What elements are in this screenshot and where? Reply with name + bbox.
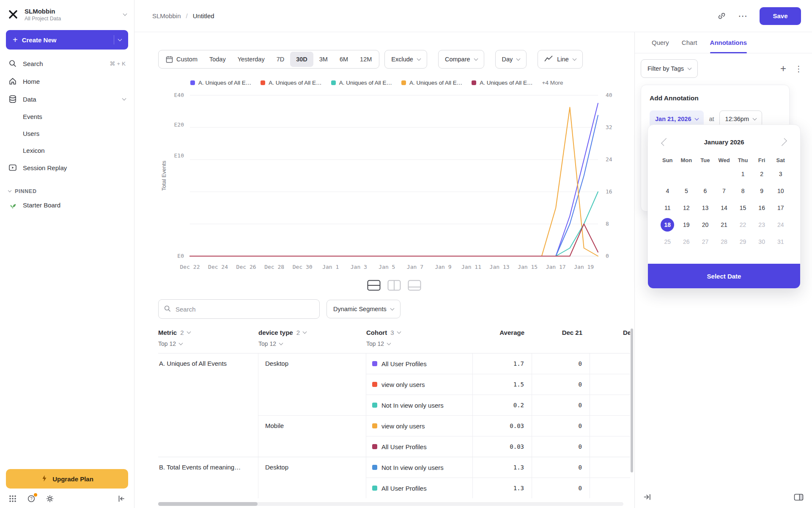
table-row[interactable]: view only users0.030	[366, 416, 630, 436]
device-cell[interactable]: Mobile	[258, 416, 366, 457]
filter-by-tags-dropdown[interactable]: Filter by Tags	[641, 59, 698, 78]
range-6m[interactable]: 6M	[334, 52, 354, 67]
search-input[interactable]	[176, 306, 314, 313]
breadcrumb-parent[interactable]: SLMobbin	[152, 12, 181, 19]
column-header-device-type[interactable]: device type2 Top 12	[258, 329, 366, 347]
tab-query[interactable]: Query	[652, 32, 669, 53]
calendar-day[interactable]: 7	[715, 182, 734, 199]
calendar-day[interactable]: 5	[677, 182, 696, 199]
more-options-icon[interactable]: ⋯	[738, 11, 748, 22]
range-3m[interactable]: 3M	[313, 52, 334, 67]
vertical-scrollbar-thumb[interactable]	[631, 329, 633, 472]
calendar-day[interactable]: 4	[658, 182, 677, 199]
legend-item[interactable]: A. Uniques of All E…	[472, 80, 532, 86]
table-row[interactable]: Not In view only users1.30	[366, 457, 630, 478]
calendar-day[interactable]: 3	[771, 166, 790, 182]
skip-to-end-icon[interactable]	[643, 493, 651, 501]
calendar-day-selected[interactable]: 18	[658, 216, 677, 233]
dynamic-segments-dropdown[interactable]: Dynamic Segments	[326, 300, 401, 318]
add-annotation-plus-icon[interactable]: +	[780, 63, 786, 75]
compare-dropdown[interactable]: Compare	[438, 50, 484, 69]
pinned-section-header[interactable]: PINNED	[8, 188, 126, 194]
metric-cell[interactable]: B. Total Events of meaning…	[158, 457, 258, 498]
sidebar-item-users[interactable]: Users	[3, 125, 131, 142]
calendar-day[interactable]: 17	[771, 199, 790, 216]
sidebar-item-lexicon[interactable]: Lexicon	[3, 142, 131, 159]
table-row[interactable]: Not In view only users0.20	[366, 395, 630, 415]
calendar-day[interactable]: 16	[752, 199, 771, 216]
range-7d[interactable]: 7D	[271, 52, 291, 67]
sidebar-item-search[interactable]: Search ⌘ + K	[3, 55, 131, 72]
panel-toggle-icon[interactable]	[794, 493, 804, 501]
table-search[interactable]	[158, 299, 320, 319]
chart-type-dropdown[interactable]: Line	[538, 50, 582, 69]
calendar-day[interactable]: 14	[715, 199, 734, 216]
range-30d[interactable]: 30D	[290, 52, 313, 67]
select-date-button[interactable]: Select Date	[648, 264, 800, 288]
tab-chart[interactable]: Chart	[682, 32, 697, 53]
calendar-day[interactable]: 12	[677, 199, 696, 216]
device-cell[interactable]: Desktop	[258, 457, 366, 498]
save-button[interactable]: Save	[760, 7, 801, 25]
calendar-day[interactable]: 2	[752, 166, 771, 182]
legend-item[interactable]: A. Uniques of All E…	[401, 80, 462, 86]
share-link-icon[interactable]	[717, 11, 726, 20]
column-header-average[interactable]: Average	[473, 329, 532, 347]
legend-item[interactable]: A. Uniques of All E…	[331, 80, 392, 86]
sidebar-item-home[interactable]: Home	[3, 72, 131, 90]
legend-more[interactable]: +4 More	[542, 80, 563, 86]
granularity-dropdown[interactable]: Day	[495, 50, 527, 69]
sidebar-item-starter-board[interactable]: Starter Board	[3, 196, 131, 214]
range-12m[interactable]: 12M	[354, 52, 378, 67]
breadcrumb-current[interactable]: Untitled	[193, 12, 214, 19]
bottom-panel-view-icon[interactable]	[408, 280, 421, 291]
calendar-day[interactable]: 8	[733, 182, 752, 199]
calendar-day[interactable]: 21	[715, 216, 734, 233]
top-filter-cohort[interactable]: Top 12	[366, 340, 390, 347]
next-month-icon[interactable]	[779, 138, 787, 146]
collapse-sidebar-icon[interactable]	[117, 494, 126, 503]
calendar-day[interactable]: 19	[677, 216, 696, 233]
kebab-menu-icon[interactable]: ⋮	[795, 64, 803, 74]
table-row[interactable]: All User Profiles1.70	[366, 353, 630, 374]
device-cell[interactable]: Desktop	[258, 353, 366, 415]
help-icon[interactable]: ?	[27, 494, 36, 503]
calendar-day[interactable]: 1	[733, 166, 752, 182]
top-filter-device-type[interactable]: Top 12	[258, 340, 283, 347]
table-row[interactable]: view only users1.50	[366, 374, 630, 395]
sidebar-item-data[interactable]: Data	[3, 90, 131, 108]
sidebar-item-events[interactable]: Events	[3, 108, 131, 125]
tab-annotations[interactable]: Annotations	[710, 32, 747, 53]
legend-item[interactable]: A. Uniques of All E…	[190, 80, 251, 86]
calendar-day[interactable]: 10	[771, 182, 790, 199]
sidebar-item-session-replay[interactable]: Session Replay	[3, 159, 131, 177]
horizontal-scrollbar[interactable]	[158, 502, 623, 506]
horizontal-scrollbar-thumb[interactable]	[158, 502, 258, 506]
top-filter-metric[interactable]: Top 12	[158, 340, 182, 347]
create-new-button[interactable]: + Create New	[6, 30, 128, 50]
upgrade-plan-button[interactable]: Upgrade Plan	[6, 469, 128, 489]
metric-cell[interactable]: A. Uniques of All Events	[158, 353, 258, 457]
split-columns-view-icon[interactable]	[387, 280, 401, 291]
calendar-day[interactable]: 20	[696, 216, 715, 233]
legend-item[interactable]: A. Uniques of All E…	[261, 80, 321, 86]
calendar-day[interactable]: 9	[752, 182, 771, 199]
column-header-metric[interactable]: Metric2 Top 12	[158, 329, 258, 347]
calendar-day[interactable]: 15	[733, 199, 752, 216]
exclude-dropdown[interactable]: Exclude	[384, 50, 427, 69]
range-today[interactable]: Today	[203, 52, 232, 67]
workspace-switcher[interactable]: SLMobbin All Project Data	[0, 0, 134, 26]
calendar-day[interactable]: 6	[696, 182, 715, 199]
split-rows-view-icon[interactable]	[367, 280, 381, 291]
column-header-next[interactable]: De	[590, 329, 630, 347]
column-header-dec21[interactable]: Dec 21	[532, 329, 590, 347]
calendar-day[interactable]: 11	[658, 199, 677, 216]
calendar-day[interactable]: 13	[696, 199, 715, 216]
previous-month-icon[interactable]	[661, 138, 669, 146]
apps-grid-icon[interactable]	[8, 494, 17, 503]
table-row[interactable]: All User Profiles1.30	[366, 478, 630, 498]
table-row[interactable]: All User Profiles0.030	[366, 436, 630, 457]
settings-gear-icon[interactable]	[46, 494, 54, 503]
range-yesterday[interactable]: Yesterday	[232, 52, 271, 67]
column-header-cohort[interactable]: Cohort3 Top 12	[366, 329, 473, 347]
